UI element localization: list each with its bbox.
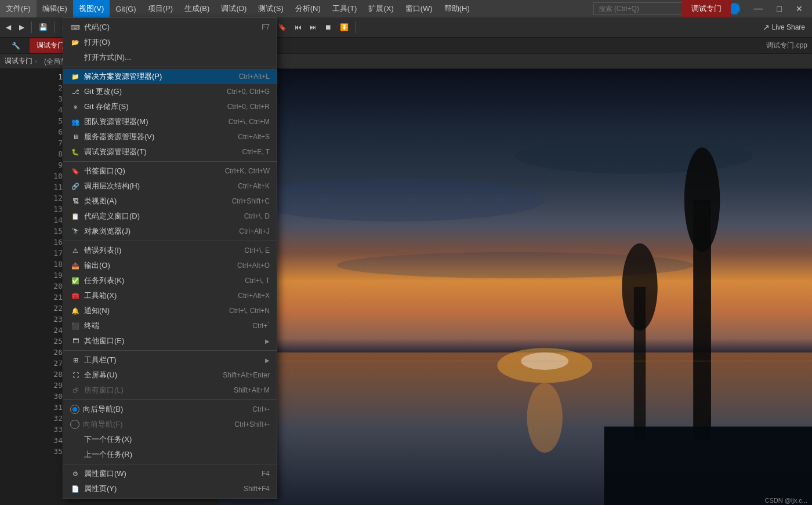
menu-code-label: 代码(C) (84, 22, 250, 32)
menu-git[interactable]: Git(G) (110, 0, 142, 17)
toolbar-save[interactable]: 💾 (35, 21, 51, 33)
view-menu-dropdown: ⌨ 代码(C) F7 📂 打开(O) 打开方式(N)... 📁 解决方案资源管理… (63, 17, 277, 499)
menu-class-view[interactable]: 🏗 类视图(A) Ctrl+Shift+C (63, 194, 277, 209)
menu-open[interactable]: 📂 打开(O) (63, 35, 277, 50)
line-28: 28 (0, 369, 70, 380)
line-11: 11 (0, 181, 70, 192)
menu-git-changes[interactable]: ⎇ Git 更改(G) Ctrl+0, Ctrl+G (63, 84, 277, 99)
line-32: 32 (0, 413, 70, 424)
menu-server-shortcut: Ctrl+Alt+S (226, 133, 270, 141)
menu-properties-window[interactable]: ⚙ 属性窗口(W) F4 (63, 466, 277, 481)
code-def-icon: 📋 (70, 211, 81, 221)
git-change-icon: ⎇ (70, 86, 81, 97)
line-3: 3 (0, 93, 70, 104)
menu-edit[interactable]: 编辑(E) (37, 0, 73, 17)
menu-output[interactable]: 📤 输出(O) Ctrl+Alt+O (63, 258, 277, 273)
menu-test[interactable]: 测试(S) (252, 0, 289, 17)
menu-task-list[interactable]: ✅ 任务列表(K) Ctrl+\, T (63, 273, 277, 288)
menu-call-hierarchy[interactable]: 🔗 调用层次结构(H) Ctrl+Alt+K (63, 179, 277, 194)
toolbar-forward[interactable]: ▶ (16, 21, 28, 33)
menu-prev-task[interactable]: 上一个任务(R) (63, 447, 277, 462)
terminal-icon: ⬛ (70, 321, 81, 331)
maximize-button[interactable]: □ (770, 4, 789, 13)
bookmark-icon: 🔖 (70, 166, 81, 176)
menu-nav-back[interactable]: 向后导航(B) Ctrl+- (63, 402, 277, 417)
menu-analyze[interactable]: 分析(N) (289, 0, 327, 17)
menu-file[interactable]: 文件(F) (0, 0, 37, 17)
menu-properties-window-shortcut: F4 (250, 470, 270, 478)
line-12: 12 (0, 192, 70, 204)
menu-fullscreen[interactable]: ⛶ 全屏幕(U) Shift+Alt+Enter (63, 368, 277, 383)
menu-debug[interactable]: 调试(D) (215, 0, 252, 17)
toolbar-btn9[interactable]: ⏭ (306, 21, 320, 33)
line-10: 10 (0, 170, 70, 181)
menu-project[interactable]: 项目(P) (142, 0, 179, 17)
toolbar-btn11[interactable]: ⏬ (336, 21, 352, 33)
menu-toolbar[interactable]: ⊞ 工具栏(T) ▶ (63, 353, 277, 368)
menu-toolbox[interactable]: 🧰 工具箱(X) Ctrl+Alt+X (63, 288, 277, 303)
menu-nav-back-label: 向后导航(B) (83, 404, 241, 415)
toolbar-back[interactable]: ◀ (2, 21, 14, 33)
git-repo-icon: ⎈ (70, 101, 81, 112)
menu-solution-label: 解决方案资源管理器(P) (84, 71, 227, 82)
debug-explorer-icon: 🐛 (70, 147, 81, 157)
menu-terminal[interactable]: ⬛ 终端 Ctrl+` (63, 318, 277, 333)
menu-notification-label: 通知(N) (84, 306, 217, 316)
line-20: 20 (0, 281, 70, 292)
menu-next-task[interactable]: 下一个任务(X) (63, 432, 277, 447)
menu-window[interactable]: 窗口(W) (400, 0, 438, 17)
title-bar: 文件(F) 编辑(E) 视图(V) Git(G) 项目(P) 生成(B) 调试(… (0, 0, 812, 17)
menu-notification[interactable]: 🔔 通知(N) Ctrl+\, Ctrl+N (63, 303, 277, 318)
menu-task-list-shortcut: Ctrl+\, T (233, 277, 270, 285)
menu-build[interactable]: 生成(B) (179, 0, 215, 17)
menu-server-explorer[interactable]: 🖥 服务器资源管理器(V) Ctrl+Alt+S (63, 129, 277, 144)
menu-bookmark-label: 书签窗口(Q) (84, 166, 213, 176)
menu-code-def[interactable]: 📋 代码定义窗口(D) Ctrl+\, D (63, 209, 277, 224)
call-hierarchy-icon: 🔗 (70, 181, 81, 191)
live-share-button[interactable]: ↗ Live Share (758, 20, 810, 34)
menu-section-2: 📁 解决方案资源管理器(P) Ctrl+Alt+L ⎇ Git 更改(G) Ct… (63, 67, 277, 162)
menu-tools[interactable]: 工具(T) (327, 0, 363, 17)
menu-property-pages[interactable]: 📄 属性页(Y) Shift+F4 (63, 481, 277, 496)
close-button[interactable]: ✕ (789, 4, 810, 13)
menu-open-with[interactable]: 打开方式(N)... (63, 50, 277, 65)
debug-main-tab[interactable]: 🔧 (5, 39, 27, 52)
task-list-icon: ✅ (70, 275, 81, 286)
toolbar-btn8[interactable]: ⏮ (291, 21, 305, 33)
menu-other-windows-label: 其他窗口(E) (84, 336, 251, 346)
menu-other-windows[interactable]: 🗔 其他窗口(E) ▶ (63, 333, 277, 348)
menu-object-browser[interactable]: 🔭 对象浏览器(J) Ctrl+Alt+J (63, 224, 277, 239)
menu-git-repo-label: Git 存储库(S) (84, 101, 216, 112)
menu-git-repo-shortcut: Ctrl+0, Ctrl+R (216, 103, 270, 111)
menu-debug-explorer[interactable]: 🐛 调试资源管理器(T) Ctrl+E, T (63, 144, 277, 159)
menu-code[interactable]: ⌨ 代码(C) F7 (63, 20, 277, 35)
menu-solution-shortcut: Ctrl+Alt+L (227, 72, 270, 81)
menu-bar: 文件(F) 编辑(E) 视图(V) Git(G) 项目(P) 生成(B) 调试(… (0, 0, 476, 17)
line-29: 29 (0, 380, 70, 391)
line-4: 4 (0, 104, 70, 115)
menu-git-repo[interactable]: ⎈ Git 存储库(S) Ctrl+0, Ctrl+R (63, 99, 277, 114)
menu-code-def-label: 代码定义窗口(D) (84, 211, 233, 221)
menu-toolbox-label: 工具箱(X) (84, 290, 226, 301)
object-browser-icon: 🔭 (70, 226, 81, 237)
minimize-button[interactable]: — (747, 3, 770, 14)
menu-section-4: ⚠ 错误列表(I) Ctrl+\, E 📤 输出(O) Ctrl+Alt+O ✅… (63, 241, 277, 351)
properties-icon: ⚙ (70, 468, 81, 479)
menu-view[interactable]: 视图(V) (73, 0, 110, 17)
menu-properties-window-label: 属性窗口(W) (84, 468, 250, 479)
line-8: 8 (0, 148, 70, 159)
menu-team-explorer[interactable]: 👥 团队资源管理器(M) Ctrl+\, Ctrl+M (63, 114, 277, 129)
debug-tab-top[interactable]: 调试专门 (682, 0, 731, 17)
line-5: 5 (0, 115, 70, 126)
open-icon: 📂 (70, 37, 81, 48)
class-view-icon: 🏗 (70, 196, 81, 206)
menu-call-hierarchy-label: 调用层次结构(H) (84, 181, 226, 191)
toolbar-btn10[interactable]: ⏹ (321, 21, 335, 33)
line-19: 19 (0, 270, 70, 281)
menu-bookmark-window[interactable]: 🔖 书签窗口(Q) Ctrl+K, Ctrl+W (63, 164, 277, 179)
menu-solution-explorer[interactable]: 📁 解决方案资源管理器(P) Ctrl+Alt+L (63, 69, 277, 84)
menu-help[interactable]: 帮助(H) (438, 0, 476, 17)
toolbar-sep-1 (31, 21, 32, 33)
menu-extensions[interactable]: 扩展(X) (362, 0, 399, 17)
menu-error-list[interactable]: ⚠ 错误列表(I) Ctrl+\, E (63, 243, 277, 258)
